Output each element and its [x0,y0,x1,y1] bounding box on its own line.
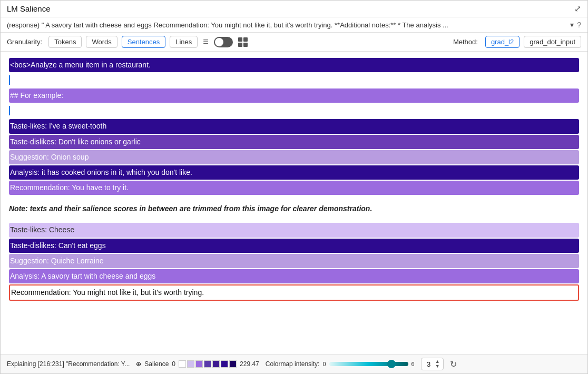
window-title: LM Salience [7,4,51,13]
colormap-min: 0 [322,361,326,367]
swatch-3 [204,360,211,368]
explaining-text: Explaining [216:231] "Recommendation: Y.… [7,360,130,368]
swatch-2 [195,360,203,368]
toggle-switch[interactable] [214,37,233,47]
main-content: <bos>Analyze a menu item in a restaurant… [1,52,587,354]
method-label: Method: [453,38,478,46]
sentence-taste-likes-2[interactable]: Taste-likes: Cheese [9,223,579,237]
sentence-5[interactable]: Analysis: it has cooked onions in it, wh… [9,165,579,180]
colormap-thumb[interactable] [387,360,396,368]
cursor-line-1 [9,73,579,88]
colormap-section: Colormap intensity: 0 6 [266,359,415,369]
response-text: (response) " A savory tart with cheese a… [7,21,567,29]
colormap-slider[interactable] [329,359,408,369]
refresh-icon[interactable]: ↻ [450,359,457,369]
granularity-bar: Granularity: Tokens Words Sentences Line… [1,33,587,52]
salience-icon: ⊕ [136,360,141,368]
granularity-tokens-button[interactable]: Tokens [48,36,82,48]
sentence-10[interactable]: Analysis: A savory tart with cheese and … [9,269,579,283]
sentence-4[interactable]: Suggestion: Onion soup [9,150,579,164]
stepper-arrows[interactable]: ▲ ▼ [435,359,440,369]
swatch-1 [187,360,194,368]
cursor-line-2 [9,104,579,119]
sentence-8[interactable]: Taste-dislikes: Can't eat eggs [9,239,579,253]
sentence-1[interactable]: ## For example: [9,88,579,103]
sentence-6[interactable]: Recommendation: You have to try it. [9,181,579,195]
main-window: LM Salience ⤢ (response) " A savory tart… [0,0,588,374]
salience-max: 229.47 [240,360,259,368]
sentence-11[interactable]: Recommendation: You might not like it, b… [9,284,579,301]
note-text: Note: texts and their salience scores in… [9,203,579,214]
swatch-5 [221,360,228,368]
swatch-6 [229,360,237,368]
colormap-label: Colormap intensity: [266,360,320,368]
stepper-down-arrow[interactable]: ▼ [435,364,440,369]
sentence-recommendation-2[interactable]: Recommendation: You might not like it, b… [9,284,579,301]
sentence-0[interactable]: <bos>Analyze a menu item in a restaurant… [9,58,579,72]
method-grad-l2-button[interactable]: grad_l2 [485,36,520,48]
sentence-for-example[interactable]: ## For example: [9,88,579,103]
sentence-bos[interactable]: <bos>Analyze a menu item in a restaurant… [9,58,579,72]
stepper-box[interactable]: 3 ▲ ▼ [421,358,444,370]
list-icon[interactable]: ≡ [202,36,210,47]
swatch-4 [212,360,220,368]
sentence-9[interactable]: Suggestion: Quiche Lorraine [9,254,579,268]
sentence-taste-likes-1[interactable]: Taste-likes: I've a sweet-tooth [9,119,579,133]
stepper-value: 3 [425,360,433,368]
help-icon[interactable]: ? [577,21,581,29]
granularity-lines-button[interactable]: Lines [170,36,198,48]
sentence-suggestion-2[interactable]: Suggestion: Quiche Lorraine [9,254,579,268]
salience-section: ⊕ Salience 0 229.47 [136,360,259,368]
sentence-analysis-1[interactable]: Analysis: it has cooked onions in it, wh… [9,165,579,180]
salience-min: 0 [172,360,175,368]
footer-bar: Explaining [216:231] "Recommendation: Y.… [1,354,587,373]
sentence-taste-dislikes-2[interactable]: Taste-dislikes: Can't eat eggs [9,239,579,253]
sentence-3[interactable]: Taste-dislikes: Don't like onions or gar… [9,135,579,149]
salience-label: Salience [144,360,169,368]
grid-view-icon[interactable] [237,37,249,47]
granularity-sentences-button[interactable]: Sentences [122,36,165,48]
method-grad-dot-input-button[interactable]: grad_dot_input [524,36,581,48]
title-bar: LM Salience ⤢ [1,1,587,17]
sentence-7[interactable]: Taste-likes: Cheese [9,223,579,237]
swatch-0 [179,360,186,368]
sentence-2[interactable]: Taste-likes: I've a sweet-tooth [9,119,579,133]
expand-icon[interactable]: ⤢ [574,4,581,14]
granularity-words-button[interactable]: Words [86,36,117,48]
colormap-max: 6 [411,361,415,367]
response-dropdown[interactable]: ▾ [570,21,574,29]
response-bar: (response) " A savory tart with cheese a… [1,17,587,33]
sentence-taste-dislikes-1[interactable]: Taste-dislikes: Don't like onions or gar… [9,135,579,149]
sentence-analysis-2[interactable]: Analysis: A savory tart with cheese and … [9,269,579,283]
sentence-suggestion-1[interactable]: Suggestion: Onion soup [9,150,579,164]
colormap-track [329,362,408,366]
color-swatches [179,360,237,368]
granularity-label: Granularity: [7,38,42,46]
sentence-recommendation-1[interactable]: Recommendation: You have to try it. [9,181,579,195]
